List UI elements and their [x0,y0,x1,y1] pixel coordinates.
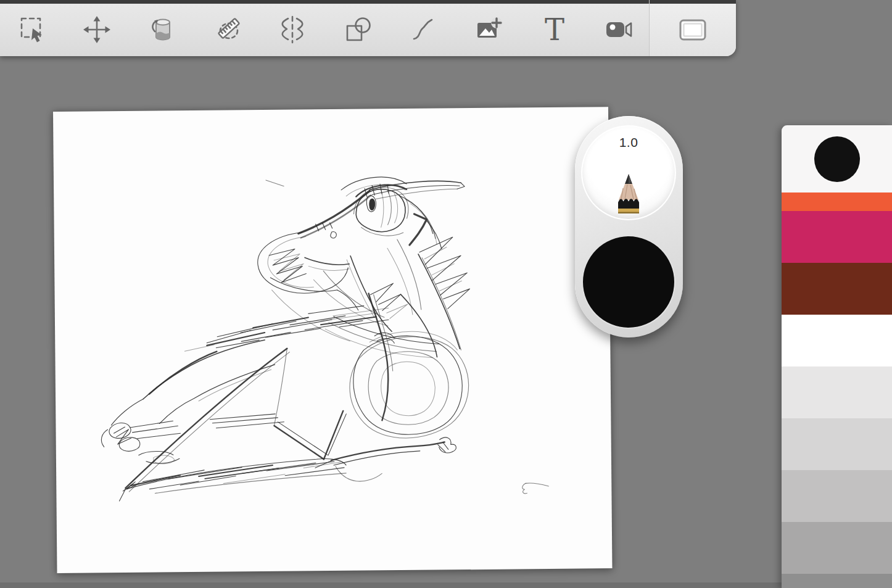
palette-swatch-dark-brown[interactable] [782,263,892,315]
palette-swatch-gray-1[interactable] [782,366,892,418]
shapes-tool-button[interactable] [339,10,378,49]
main-toolbar: T [0,0,736,56]
palette-swatch-gray-4[interactable] [782,522,892,574]
bottom-edge-strip [0,582,782,588]
palette-swatch-gray-5[interactable] [782,574,892,588]
palette-header [782,125,892,193]
symmetry-tool-button[interactable] [273,10,312,49]
brush-color-swatch[interactable] [582,235,675,329]
brush-size-control[interactable]: 1.0 [581,125,676,220]
fullscreen-canvas-icon [677,15,708,44]
sketch-app-window: { "app": { "kind": "drawing-application"… [0,0,892,588]
fill-bucket-icon [148,15,178,44]
fill-tool-button[interactable] [143,10,183,49]
current-color-indicator[interactable] [814,136,860,182]
import-image-icon [474,15,505,44]
import-image-tool-button[interactable] [469,10,509,49]
dragon-sketch [53,107,612,573]
palette-swatch-magenta[interactable] [782,211,892,263]
color-palette-panel [782,125,892,588]
shapes-icon [344,15,373,44]
stroke-curve-icon [408,15,438,44]
ruler-guides-icon [213,15,244,44]
selection-icon [18,15,47,44]
palette-swatch-gray-2[interactable] [782,418,892,470]
palette-swatch-gray-3[interactable] [782,470,892,522]
fullscreen-button[interactable] [673,10,712,49]
palette-swatch-white[interactable] [782,315,892,366]
text-tool-icon: T [540,15,569,44]
transform-move-icon [82,15,112,44]
palette-swatch-orange[interactable] [782,193,892,211]
pencil-brush-icon [614,173,643,218]
selection-tool-button[interactable] [13,10,52,49]
text-tool-button[interactable]: T [535,10,574,49]
drawing-canvas[interactable] [53,107,612,573]
stroke-tool-button[interactable] [403,10,443,49]
toolbar-right-section [649,0,736,56]
guides-tool-button[interactable] [209,10,249,49]
timelapse-tool-button[interactable] [600,10,639,49]
symmetry-icon [278,15,307,44]
transform-tool-button[interactable] [77,10,117,49]
brush-puck: 1.0 [575,116,683,337]
brush-size-value: 1.0 [582,135,675,150]
camera-timelapse-icon [605,15,634,44]
text-tool-glyph: T [545,15,564,44]
